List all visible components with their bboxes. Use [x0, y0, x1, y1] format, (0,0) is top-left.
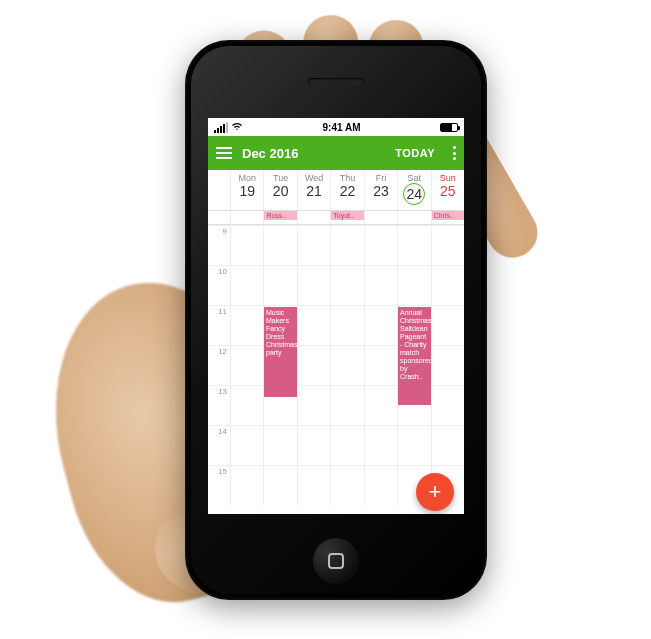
dow-sat: Sat — [398, 173, 430, 183]
allday-row: Ross.. Toyot.. Chris.. — [208, 211, 464, 225]
date-25[interactable]: 25 — [432, 183, 464, 201]
hour-12: 12 — [208, 345, 230, 385]
status-bar: 9:41 AM — [208, 118, 464, 136]
date-19[interactable]: 19 — [231, 183, 263, 201]
hour-11: 11 — [208, 305, 230, 345]
date-24-today[interactable]: 24 — [398, 183, 430, 207]
home-icon — [328, 553, 344, 569]
app-header: Dec 2016 TODAY — [208, 136, 464, 170]
event-annual-christmas[interactable]: Annual Christmas Saltdean Pageant - Char… — [398, 307, 431, 405]
date-21[interactable]: 21 — [298, 183, 330, 201]
date-23[interactable]: 23 — [365, 183, 397, 201]
allday-event-sun[interactable]: Chris.. — [432, 211, 464, 220]
today-button[interactable]: TODAY — [395, 147, 435, 159]
status-time: 9:41 AM — [323, 122, 361, 133]
dow-fri: Fri — [365, 173, 397, 183]
menu-icon[interactable] — [216, 147, 232, 159]
hour-13: 13 — [208, 385, 230, 425]
hour-10: 10 — [208, 265, 230, 305]
signal-icon — [214, 122, 228, 133]
date-22[interactable]: 22 — [331, 183, 363, 201]
allday-event-thu[interactable]: Toyot.. — [331, 211, 363, 220]
add-event-fab[interactable]: + — [416, 473, 454, 511]
dow-wed: Wed — [298, 173, 330, 183]
dow-thu: Thu — [331, 173, 363, 183]
battery-icon — [440, 123, 458, 132]
allday-event-tue[interactable]: Ross.. — [264, 211, 296, 220]
hour-14: 14 — [208, 425, 230, 465]
date-20[interactable]: 20 — [264, 183, 296, 201]
more-icon[interactable] — [453, 146, 456, 160]
header-title[interactable]: Dec 2016 — [242, 146, 298, 161]
dow-sun: Sun — [432, 173, 464, 183]
phone-speaker — [308, 78, 364, 86]
hour-9: 9 — [208, 225, 230, 265]
time-grid[interactable]: 9 10 11 12 13 14 15 Music Makers Fancy D… — [208, 225, 464, 514]
wifi-icon — [231, 121, 243, 133]
dow-mon: Mon — [231, 173, 263, 183]
phone-screen: 9:41 AM Dec 2016 TODAY Mon19 Tue20 Wed21… — [208, 118, 464, 514]
plus-icon: + — [429, 479, 442, 505]
hour-15: 15 — [208, 465, 230, 505]
phone-frame: 9:41 AM Dec 2016 TODAY Mon19 Tue20 Wed21… — [185, 40, 487, 600]
dow-tue: Tue — [264, 173, 296, 183]
home-button[interactable] — [313, 538, 359, 584]
week-header: Mon19 Tue20 Wed21 Thu22 Fri23 Sat24 Sun2… — [208, 170, 464, 211]
event-music-makers[interactable]: Music Makers Fancy Dress Christmas party — [264, 307, 297, 397]
